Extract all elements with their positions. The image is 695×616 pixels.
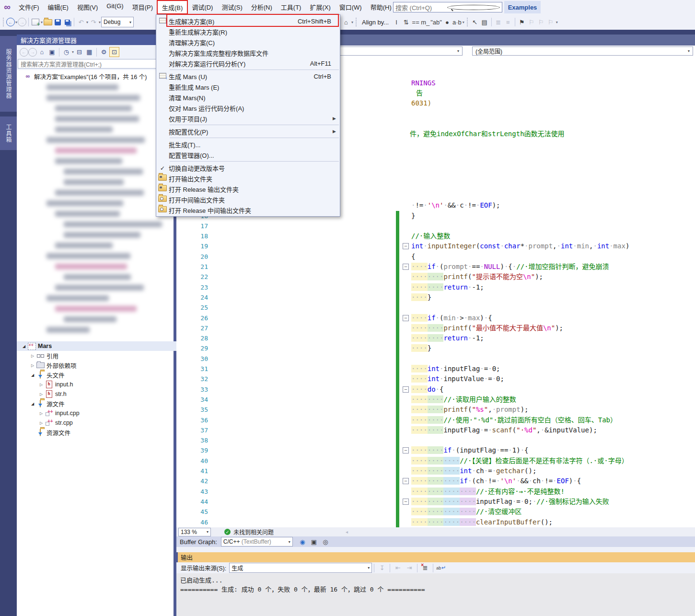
buffer-graph-dropdown[interactable]: C/C++ (TextBuffer) ▾	[221, 537, 293, 546]
screen-home-icon[interactable]: ⌂	[342, 17, 350, 27]
new-project-icon[interactable]	[31, 17, 40, 27]
chevron-down-icon[interactable]: ▾	[351, 20, 353, 24]
menu-item-切换自动更改版本号[interactable]: ✓切换自动更改版本号	[156, 163, 340, 173]
hscroll-left-arrow-icon[interactable]: ◂	[346, 529, 348, 535]
fold-collapse-icon[interactable]: –	[403, 264, 409, 270]
pending-changes-filter-icon[interactable]: ◷	[62, 47, 71, 57]
menu-item-打开中间输出文件夹[interactable]: 打开中间输出文件夹	[156, 194, 340, 205]
quoted-ab-icon[interactable]: "ab"	[430, 17, 442, 27]
menubar-item-Git(G)[interactable]: Git(G)	[102, 0, 127, 14]
menu-item-清理解决方案(C)[interactable]: 清理解决方案(C)	[156, 37, 340, 47]
chevron-down-icon[interactable]: ▾	[72, 50, 74, 54]
trailing-space-icon[interactable]: m_	[421, 17, 429, 27]
chevron-down-icon[interactable]: ▾	[99, 20, 101, 24]
menu-item-打开 Release 中间输出文件夹[interactable]: 打开 Release 中间输出文件夹	[156, 205, 340, 215]
copy-structure-icon[interactable]: ▤	[480, 17, 489, 27]
menu-item-仅对 Mars 运行代码分析(A)[interactable]: 仅对 Mars 运行代码分析(A)	[156, 103, 340, 113]
expander-closed-icon[interactable]: ▷	[38, 421, 45, 425]
menubar-item-工具(T)[interactable]: 工具(T)	[277, 0, 306, 14]
forward-icon[interactable]: →	[28, 48, 37, 57]
menu-item-重新生成解决方案(R)[interactable]: 重新生成解决方案(R)	[156, 26, 340, 37]
open-folder-icon[interactable]	[44, 17, 52, 27]
graph-validate-icon[interactable]: ◉	[298, 537, 307, 546]
back-icon[interactable]: ←	[20, 48, 28, 57]
compress-lines-icon[interactable]: ⇅	[402, 17, 410, 27]
output-text[interactable]: 已启动生成...========== 生成: 成功 0 个，失败 0 个，最新 …	[176, 573, 695, 616]
fold-collapse-icon[interactable]: –	[403, 386, 409, 393]
chevron-down-icon[interactable]: ▾	[556, 20, 558, 24]
fold-collapse-icon[interactable]: –	[403, 315, 409, 321]
properties-wrench-icon[interactable]: ⚙	[99, 47, 108, 57]
menu-item-打开输出文件夹[interactable]: 打开输出文件夹	[156, 173, 340, 184]
fold-collapse-icon[interactable]: –	[403, 478, 409, 484]
next-message-icon[interactable]: ⇥	[405, 563, 414, 572]
chevron-down-icon[interactable]: ▾	[86, 20, 88, 24]
nav-back-icon[interactable]: ←	[6, 18, 15, 26]
menubar-item-扩展(X)[interactable]: 扩展(X)	[305, 0, 335, 14]
align-equals-icon[interactable]: ==	[411, 17, 420, 27]
previous-message-icon[interactable]: ⇤	[393, 563, 403, 572]
menubar-item-项目(P)[interactable]: 项目(P)	[128, 0, 157, 14]
graph-copy-icon[interactable]: ▣	[309, 537, 319, 546]
tree-item-Mars[interactable]: ◢Mars	[17, 341, 177, 351]
quick-search-box[interactable]: 搜索 (Ctrl+Q)	[393, 2, 502, 12]
save-all-icon[interactable]	[63, 17, 71, 27]
menu-item-清理 Mars(N)[interactable]: 清理 Mars(N)	[156, 92, 340, 103]
document-health-icon[interactable]: ✓	[224, 529, 231, 535]
menu-item-对解决方案运行代码分析(Y)[interactable]: 对解决方案运行代码分析(Y)Alt+F11	[156, 58, 340, 69]
menu-item-仅用于项目(J)[interactable]: 仅用于项目(J)▶	[156, 113, 340, 124]
home-icon[interactable]: ⌂	[37, 47, 46, 57]
bookmark-prev-icon[interactable]: ⚐	[527, 17, 536, 27]
menu-item-重新生成 Mars (E)[interactable]: 重新生成 Mars (E)	[156, 81, 340, 92]
menubar-item-帮助(H)[interactable]: 帮助(H)	[366, 0, 396, 14]
tree-item-str.h[interactable]: ▷str.h	[17, 389, 195, 399]
fold-collapse-icon[interactable]: –	[403, 243, 409, 249]
tree-item-源文件[interactable]: ◢源文件	[17, 399, 186, 408]
collapse-all-icon[interactable]: ⊟	[75, 47, 84, 57]
menu-item-配置管理器(O)...[interactable]: 配置管理器(O)...	[156, 150, 340, 160]
expander-open-icon[interactable]: ◢	[29, 402, 36, 406]
ibeam-icon[interactable]: I	[392, 17, 401, 27]
preview-selected-icon[interactable]: ⊡	[109, 47, 119, 57]
menu-item-批生成(T)...[interactable]: 批生成(T)...	[156, 139, 340, 150]
menubar-item-调试(D)[interactable]: 调试(D)	[187, 0, 217, 14]
solution-explorer-header[interactable]: 解决方案资源管理器 ▾	[17, 35, 174, 45]
menu-item-为解决方案生成完整程序数据库文件[interactable]: 为解决方案生成完整程序数据库文件	[156, 47, 340, 58]
fold-collapse-icon[interactable]: –	[403, 447, 409, 453]
activity-tab-服务器资源管理器[interactable]: 服务器资源管理器	[0, 36, 17, 112]
expander-closed-icon[interactable]: ▷	[29, 354, 36, 358]
menubar-item-窗口(W)[interactable]: 窗口(W)	[335, 0, 366, 14]
format-document-icon[interactable]: ≣	[494, 17, 503, 27]
expander-closed-icon[interactable]: ▷	[38, 383, 45, 387]
a-dot-b-icon[interactable]: a·b	[452, 17, 462, 27]
save-icon[interactable]	[53, 17, 62, 27]
expander-closed-icon[interactable]: ▷	[38, 411, 45, 416]
window-tab-examples[interactable]: Examples	[504, 1, 541, 13]
menu-item-生成 Mars (U)[interactable]: 生成 Mars (U)Ctrl+B	[156, 71, 340, 81]
bookmark-next-icon[interactable]: ⚐	[537, 17, 545, 27]
scroll-lock-icon[interactable]: ↧	[377, 563, 387, 572]
solution-explorer-search-input[interactable]: 搜索解决方案资源管理器(Ctrl+;)	[18, 59, 172, 69]
bookmark-icon[interactable]: ⚑	[518, 17, 526, 27]
graph-settings-icon[interactable]: ◎	[321, 537, 330, 546]
chevron-down-icon[interactable]: ▾	[463, 20, 464, 24]
sync-with-active-icon[interactable]: ▦	[85, 47, 94, 57]
fold-collapse-icon[interactable]: –	[403, 499, 409, 505]
format-selection-icon[interactable]: ≡	[504, 17, 512, 27]
bookmark-clear-icon[interactable]: ⚐	[546, 17, 555, 27]
expander-closed-icon[interactable]: ▷	[29, 363, 36, 368]
expander-open-icon[interactable]: ◢	[21, 344, 27, 349]
scope-dropdown[interactable]: (全局范围) ▾	[472, 46, 693, 56]
filled-circle-icon[interactable]: ●	[443, 17, 452, 27]
word-wrap-icon[interactable]: ab	[436, 563, 446, 572]
clear-all-icon[interactable]: ≣	[420, 563, 430, 572]
menu-item-按配置优化(P)[interactable]: 按配置优化(P)▶	[156, 126, 340, 137]
solution-config-combo[interactable]: Debug▾	[101, 17, 134, 27]
chevron-down-icon[interactable]: ▾	[15, 20, 17, 24]
menubar-item-测试(S)[interactable]: 测试(S)	[217, 0, 246, 14]
select-pointer-icon[interactable]: ↖	[471, 17, 479, 27]
toolbar-drag-handle[interactable]	[355, 17, 358, 27]
menubar-item-分析(N)[interactable]: 分析(N)	[247, 0, 277, 14]
redo-icon[interactable]: ↷	[89, 17, 98, 27]
menu-item-打开 Release 输出文件夹[interactable]: 打开 Release 输出文件夹	[156, 184, 340, 194]
